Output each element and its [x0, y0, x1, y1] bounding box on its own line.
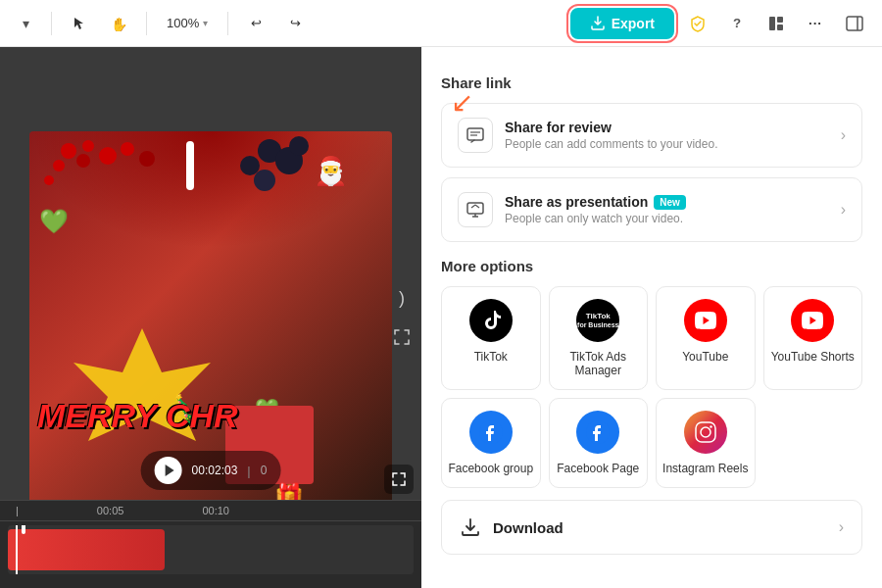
playhead-marker: [22, 525, 25, 534]
svg-point-10: [53, 160, 65, 172]
shield-button[interactable]: [682, 8, 713, 39]
layout-icon: [768, 16, 784, 31]
share-review-chevron-icon: ›: [841, 126, 846, 144]
youtube-shorts-icon: [791, 299, 834, 342]
svg-rect-3: [777, 24, 783, 30]
export-panel: ↙ Share link Share for review People can…: [421, 47, 882, 588]
svg-point-41: [701, 427, 710, 437]
toolbar-left: ▾ ✋ 100% ▾ ↩ ↪: [12, 8, 437, 39]
question-icon: ?: [733, 16, 741, 30]
comment-icon: [466, 125, 485, 145]
shield-icon: [689, 15, 707, 32]
share-presentation-left: Share as presentation New People can onl…: [458, 192, 686, 227]
share-review-desc: People can add comments to your video.: [505, 137, 717, 151]
svg-point-13: [44, 175, 54, 185]
svg-rect-4: [847, 17, 862, 30]
redo-icon: ↪: [290, 16, 301, 30]
facebook-page-logo-icon: [586, 420, 610, 444]
timeline-ruler: | 00:05 00:10: [0, 501, 421, 521]
instagram-icon: [684, 411, 727, 454]
timeline-mark-1: 00:05: [97, 505, 124, 516]
share-review-title: Share for review: [505, 120, 717, 135]
presentation-icon: [466, 200, 485, 220]
tiktok-logo-icon: [480, 310, 502, 331]
download-button[interactable]: Download ›: [441, 500, 862, 555]
svg-rect-14: [186, 141, 194, 190]
svg-rect-31: [467, 203, 483, 214]
share-review-left: Share for review People can add comments…: [458, 118, 717, 153]
expand-icon: [392, 472, 406, 486]
tiktok-ads-platform-item[interactable]: TikTok for Business TikTok Ads Manager: [549, 286, 649, 390]
svg-point-12: [139, 151, 155, 167]
export-button[interactable]: Export: [570, 8, 674, 39]
facebook-group-platform-item[interactable]: Facebook group: [441, 398, 541, 488]
redo-button[interactable]: ↪: [279, 8, 311, 39]
timeline-clip: [8, 529, 165, 570]
svg-point-24: [240, 156, 260, 175]
facebook-logo-icon: [479, 420, 503, 444]
svg-point-27: [289, 136, 309, 156]
facebook-page-label: Facebook Page: [557, 462, 639, 475]
youtube-shorts-label: YouTube Shorts: [771, 350, 855, 364]
instagram-reels-platform-item[interactable]: Instagram Reels: [656, 398, 756, 488]
divider-1: [51, 12, 52, 35]
svg-point-6: [61, 143, 76, 159]
sidebar-icon: [846, 15, 863, 32]
zoom-control[interactable]: 100% ▾: [159, 12, 216, 34]
more-options-button[interactable]: ···: [800, 8, 831, 39]
canvas-side-controls: ): [382, 274, 421, 361]
help-button[interactable]: ?: [721, 8, 753, 39]
undo-button[interactable]: ↩: [240, 8, 271, 39]
youtube-logo-icon: [694, 312, 717, 329]
separator: |: [247, 464, 250, 478]
download-label: Download: [493, 519, 564, 536]
expand-button[interactable]: [384, 465, 414, 494]
toolbar: ▾ ✋ 100% ▾ ↩ ↪ Export: [0, 0, 882, 47]
hand-icon: ✋: [111, 16, 126, 31]
youtube-icon: [684, 299, 727, 342]
right-side-icon-2[interactable]: [386, 321, 417, 353]
divider-2: [146, 12, 147, 35]
timeline-track[interactable]: [8, 525, 414, 574]
share-presentation-option[interactable]: Share as presentation New People can onl…: [441, 177, 862, 242]
merry-christmas-text: MERRY CHR: [37, 397, 238, 435]
undo-icon: ↩: [251, 16, 262, 30]
sidebar-toggle-button[interactable]: [839, 8, 870, 39]
playhead: [16, 525, 18, 574]
canvas-controls: 00:02:03 | 0: [141, 451, 281, 490]
facebook-page-platform-item[interactable]: Facebook Page: [549, 398, 649, 488]
download-chevron-icon: ›: [839, 518, 844, 536]
ellipsis-icon: ···: [808, 16, 822, 30]
hand-tool-button[interactable]: ✋: [103, 8, 134, 39]
youtube-platform-item[interactable]: YouTube: [656, 286, 756, 390]
share-presentation-desc: People can only watch your video.: [505, 212, 686, 225]
divider-3: [227, 12, 228, 35]
facebook-group-icon: [469, 411, 513, 454]
tiktok-platform-item[interactable]: TikTok: [441, 286, 541, 390]
share-review-option[interactable]: Share for review People can add comments…: [441, 103, 862, 168]
youtube-label: YouTube: [682, 350, 728, 364]
svg-point-26: [254, 170, 275, 191]
select-tool-button[interactable]: [64, 8, 95, 39]
fullscreen-icon: [393, 328, 411, 346]
canvas-area: 💚 🎅 🎄 💚 🎁 MERRY CHR: [0, 47, 421, 588]
more-options-title: More options: [441, 258, 862, 274]
youtube-shorts-logo-icon: [801, 312, 824, 329]
dark-berries-svg: [211, 131, 392, 280]
toolbar-right: Export ? ···: [445, 8, 870, 39]
timestamp-display: 00:02:03: [192, 464, 238, 477]
video-preview: 💚 🎅 🎄 💚 🎁 MERRY CHR: [29, 131, 392, 504]
share-presentation-title: Share as presentation New: [505, 194, 686, 210]
layout-button[interactable]: [760, 8, 792, 39]
time-remaining: 0: [261, 464, 268, 477]
svg-rect-28: [467, 128, 483, 140]
tiktok-label: TikTok: [474, 350, 508, 364]
export-icon: [590, 16, 606, 31]
zoom-chevron-icon: ▾: [203, 18, 208, 28]
youtube-shorts-platform-item[interactable]: YouTube Shorts: [763, 286, 863, 390]
play-button[interactable]: [155, 457, 182, 484]
svg-text:💚: 💚: [39, 207, 69, 235]
menu-chevron-button[interactable]: ▾: [12, 10, 39, 37]
right-side-icon-1[interactable]: ): [386, 282, 417, 314]
svg-text:✋: ✋: [111, 17, 126, 31]
